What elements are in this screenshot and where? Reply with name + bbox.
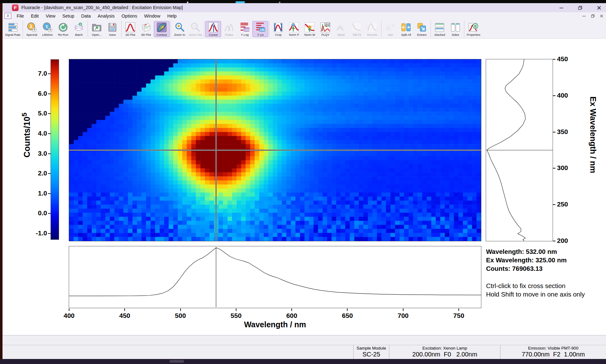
minimize-button[interactable] bbox=[555, 5, 568, 11]
wavelength-tick-mark bbox=[236, 308, 236, 311]
window-title: Fluoracle - [davidson_ex_scan_200_to_450… bbox=[21, 5, 183, 10]
document-lambda-icon[interactable]: λ bbox=[4, 13, 11, 19]
toolbar-button-label: Crop bbox=[275, 33, 282, 36]
colorbar-tick-label: 0.0 bbox=[18, 209, 47, 217]
toolbar-button-label: Tail Fit bbox=[353, 33, 361, 36]
colorbar-tick-mark bbox=[48, 213, 51, 214]
menu-item-window[interactable]: Window bbox=[141, 13, 164, 19]
normp-icon bbox=[289, 22, 299, 33]
toolbar-button-label: Spectral bbox=[26, 33, 37, 36]
rerun-icon bbox=[58, 22, 68, 33]
wavelength-tick-label: 700 bbox=[391, 312, 416, 319]
extract-icon bbox=[416, 22, 427, 33]
toolbar-button-lifetime[interactable]: τ+Lifetime bbox=[40, 21, 55, 37]
crop-icon bbox=[273, 22, 284, 33]
wavelength-tick-mark bbox=[403, 308, 403, 311]
toolbar-separator bbox=[381, 21, 381, 37]
statusbar-cell-label: Emission: Visible PMT-900 bbox=[500, 346, 606, 351]
stacked-icon bbox=[434, 22, 445, 33]
toolbar-button-tail-fit: Tail Fit bbox=[349, 21, 365, 37]
wavelength-axis-title: Wavelength / nm bbox=[69, 320, 481, 329]
toolbar-button-signal-rate[interactable]: Signal Rate bbox=[4, 21, 22, 37]
ylog-icon: LOG bbox=[239, 22, 250, 33]
mdi-minimize-button[interactable] bbox=[580, 13, 588, 18]
toolbar-button-crop[interactable]: Crop bbox=[270, 21, 286, 37]
toolbar-button-norm-w[interactable]: Norm W bbox=[302, 21, 317, 37]
toolbar-button-3d-plot[interactable]: 3D Plot bbox=[138, 21, 154, 37]
app-icon: F bbox=[12, 4, 19, 11]
wavelength-tick-label: 450 bbox=[112, 312, 137, 319]
colorbar-tick-label: 1.0 bbox=[18, 190, 47, 197]
mdi-restore-button[interactable] bbox=[589, 13, 597, 18]
toolbar-button-sides[interactable]: Sides bbox=[447, 21, 463, 37]
lifetime-icon: τ+ bbox=[42, 22, 53, 33]
wavelength-tick-label: 500 bbox=[168, 312, 193, 319]
wavelength-tick-label: 650 bbox=[335, 312, 360, 319]
toolbar-button-join: Join bbox=[382, 21, 398, 37]
toolbar-button-save[interactable]: Save bbox=[105, 21, 120, 37]
eem-heatmap[interactable] bbox=[69, 59, 481, 241]
statusbar-cell-label: Excitation: Xenon Lamp bbox=[389, 346, 500, 351]
normw-icon bbox=[304, 22, 315, 33]
mdi-close-button[interactable] bbox=[598, 13, 605, 18]
plot2d-icon bbox=[125, 22, 136, 33]
toolbar-button-label: Y Log bbox=[241, 33, 249, 36]
menu-item-help[interactable]: Help bbox=[164, 13, 180, 19]
toolbar-button-stacked[interactable]: Stacked bbox=[432, 21, 447, 37]
zoomin-icon bbox=[174, 22, 185, 33]
colorbar-tick-label: 4.0 bbox=[18, 130, 47, 137]
zoomout-icon bbox=[190, 22, 201, 33]
menu-item-edit[interactable]: Edit bbox=[27, 13, 42, 19]
svg-text:+: + bbox=[49, 28, 51, 32]
colorbar-tick-label: -1.0 bbox=[18, 229, 47, 237]
ylin-icon: LIN bbox=[255, 22, 266, 33]
reconv-icon bbox=[367, 22, 378, 33]
toolbar-button-properties[interactable]: Properties bbox=[465, 21, 481, 37]
excitation-tick-label: 250 bbox=[557, 201, 579, 208]
toolbar-button-open[interactable]: Open... bbox=[89, 21, 105, 37]
cursor-icon bbox=[208, 22, 219, 33]
toolbar-button-label: Sides bbox=[452, 33, 459, 36]
toolbar-button-label: Peaks bbox=[225, 33, 233, 36]
excitation-tick-mark bbox=[553, 168, 555, 169]
toolbar-button-2d-plot[interactable]: 2D Plot bbox=[122, 21, 138, 37]
toolbar-button-cursor[interactable]: Cursor bbox=[205, 21, 221, 37]
svg-text:λ: λ bbox=[30, 24, 33, 29]
menu-item-options[interactable]: Options bbox=[118, 13, 141, 19]
restore-button[interactable] bbox=[574, 5, 587, 11]
colorbar-tick-label: 3.0 bbox=[18, 150, 47, 157]
close-button[interactable] bbox=[593, 5, 605, 11]
toolbar-button-spectral[interactable]: λ+Spectral bbox=[24, 21, 40, 37]
emission-profile-panel[interactable] bbox=[69, 246, 481, 308]
toolbar-button-band: Band bbox=[333, 21, 349, 37]
toolbar-button-norm-p[interactable]: Norm P bbox=[286, 21, 302, 37]
band-icon bbox=[336, 22, 346, 33]
toolbar-button-y-log[interactable]: LOGY Log bbox=[237, 21, 252, 37]
toolbar-button-label: 2D Plot bbox=[126, 33, 135, 36]
peaks-icon bbox=[224, 22, 234, 33]
menu-item-analysis[interactable]: Analysis bbox=[94, 13, 118, 19]
menu-item-view[interactable]: View bbox=[42, 13, 59, 19]
excitation-profile-panel[interactable] bbox=[486, 59, 553, 241]
toolbar-button-y-lin[interactable]: LINY Lin bbox=[252, 21, 268, 37]
toolbar-button-batch[interactable]: Batch bbox=[71, 21, 87, 37]
menu-item-data[interactable]: Data bbox=[78, 13, 94, 19]
toolbar-button-plqy[interactable]: QYPLQY bbox=[317, 21, 333, 37]
toolbar-button-zoom-in[interactable]: Zoom In bbox=[172, 21, 187, 37]
toolbar-button-label: Properties bbox=[467, 33, 480, 36]
toolbar-button-extract[interactable]: Extract bbox=[414, 21, 430, 37]
taskbar-chip bbox=[170, 360, 184, 363]
toolbar-button-re-run[interactable]: Re-Run bbox=[55, 21, 71, 37]
toolbar-separator bbox=[170, 21, 171, 37]
statusbar-cell-value: 770.00nm F2 1.00nm bbox=[500, 351, 606, 358]
toolbar-button-label: Re-Run bbox=[58, 33, 68, 36]
open-icon bbox=[91, 22, 102, 33]
menu-item-file[interactable]: File bbox=[13, 13, 27, 19]
excitation-tick-label: 300 bbox=[557, 164, 579, 172]
toolbar-button-split-all[interactable]: Split All bbox=[398, 21, 414, 37]
toolbar-button-contour[interactable]: Contour bbox=[154, 21, 170, 37]
toolbar-button-label: Signal Rate bbox=[5, 33, 20, 36]
menu-item-setup[interactable]: Setup bbox=[59, 13, 78, 19]
toolbar-separator bbox=[121, 21, 122, 37]
toolbar-button-label: Batch bbox=[75, 33, 83, 36]
